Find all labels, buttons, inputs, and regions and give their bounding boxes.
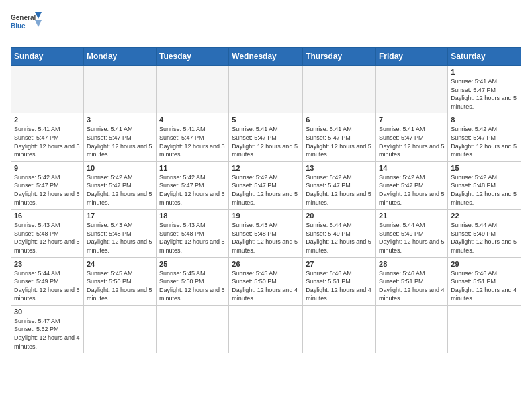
calendar-cell: 8Sunrise: 5:42 AM Sunset: 5:47 PM Daylig… (448, 113, 521, 161)
weekday-header: Thursday (303, 48, 376, 66)
calendar-cell: 11Sunrise: 5:42 AM Sunset: 5:47 PM Dayli… (157, 161, 229, 209)
day-number: 10 (87, 164, 153, 172)
day-info: Sunrise: 5:44 AM Sunset: 5:49 PM Dayligh… (14, 269, 81, 303)
calendar-cell: 21Sunrise: 5:44 AM Sunset: 5:49 PM Dayli… (376, 210, 448, 257)
calendar-table: SundayMondayTuesdayWednesdayThursdayFrid… (11, 47, 521, 353)
day-info: Sunrise: 5:42 AM Sunset: 5:47 PM Dayligh… (306, 173, 373, 207)
day-number: 2 (14, 116, 81, 124)
day-info: Sunrise: 5:43 AM Sunset: 5:48 PM Dayligh… (159, 221, 226, 255)
weekday-header: Monday (83, 48, 156, 66)
day-number: 28 (379, 260, 445, 268)
calendar-cell (11, 66, 84, 113)
calendar-cell: 23Sunrise: 5:44 AM Sunset: 5:49 PM Dayli… (11, 257, 84, 305)
calendar-cell: 16Sunrise: 5:43 AM Sunset: 5:48 PM Dayli… (11, 210, 84, 257)
calendar-cell: 29Sunrise: 5:46 AM Sunset: 5:51 PM Dayli… (448, 257, 521, 305)
day-number: 25 (159, 260, 226, 268)
svg-marker-2 (35, 12, 42, 19)
day-info: Sunrise: 5:45 AM Sunset: 5:50 PM Dayligh… (159, 269, 226, 303)
day-number: 9 (14, 164, 81, 172)
calendar-cell: 7Sunrise: 5:41 AM Sunset: 5:47 PM Daylig… (376, 113, 448, 161)
calendar-cell: 6Sunrise: 5:41 AM Sunset: 5:47 PM Daylig… (303, 113, 376, 161)
calendar-cell: 2Sunrise: 5:41 AM Sunset: 5:47 PM Daylig… (11, 113, 84, 161)
calendar-week-row: 1Sunrise: 5:41 AM Sunset: 5:47 PM Daylig… (11, 66, 521, 113)
day-info: Sunrise: 5:44 AM Sunset: 5:49 PM Dayligh… (379, 221, 445, 255)
calendar-cell (376, 305, 448, 353)
logo: General Blue (11, 11, 44, 39)
day-number: 12 (232, 164, 300, 172)
svg-text:Blue: Blue (11, 22, 26, 30)
day-number: 26 (232, 260, 300, 268)
day-number: 5 (232, 116, 300, 124)
calendar-cell: 3Sunrise: 5:41 AM Sunset: 5:47 PM Daylig… (83, 113, 156, 161)
day-info: Sunrise: 5:46 AM Sunset: 5:51 PM Dayligh… (379, 269, 445, 303)
day-info: Sunrise: 5:42 AM Sunset: 5:47 PM Dayligh… (451, 125, 518, 158)
calendar-cell: 10Sunrise: 5:42 AM Sunset: 5:47 PM Dayli… (83, 161, 156, 209)
calendar-cell (448, 305, 521, 353)
calendar-cell: 22Sunrise: 5:44 AM Sunset: 5:49 PM Dayli… (448, 210, 521, 257)
day-info: Sunrise: 5:44 AM Sunset: 5:49 PM Dayligh… (451, 221, 518, 255)
calendar-cell (83, 305, 156, 353)
calendar-cell: 9Sunrise: 5:42 AM Sunset: 5:47 PM Daylig… (11, 161, 84, 209)
calendar-cell: 13Sunrise: 5:42 AM Sunset: 5:47 PM Dayli… (303, 161, 376, 209)
day-number: 3 (87, 116, 153, 124)
calendar-cell: 12Sunrise: 5:42 AM Sunset: 5:47 PM Dayli… (229, 161, 303, 209)
day-info: Sunrise: 5:46 AM Sunset: 5:51 PM Dayligh… (451, 269, 518, 303)
calendar-cell (157, 66, 229, 113)
calendar-cell: 26Sunrise: 5:45 AM Sunset: 5:50 PM Dayli… (229, 257, 303, 305)
weekday-header: Wednesday (229, 48, 303, 66)
calendar-cell (229, 305, 303, 353)
day-info: Sunrise: 5:43 AM Sunset: 5:48 PM Dayligh… (14, 221, 81, 255)
day-number: 11 (159, 164, 226, 172)
day-info: Sunrise: 5:42 AM Sunset: 5:47 PM Dayligh… (87, 173, 153, 207)
calendar-cell (303, 305, 376, 353)
calendar-cell: 18Sunrise: 5:43 AM Sunset: 5:48 PM Dayli… (157, 210, 229, 257)
calendar-cell: 25Sunrise: 5:45 AM Sunset: 5:50 PM Dayli… (157, 257, 229, 305)
calendar-cell (229, 66, 303, 113)
calendar-week-row: 16Sunrise: 5:43 AM Sunset: 5:48 PM Dayli… (11, 210, 521, 257)
day-info: Sunrise: 5:41 AM Sunset: 5:47 PM Dayligh… (159, 125, 226, 158)
day-info: Sunrise: 5:42 AM Sunset: 5:47 PM Dayligh… (14, 173, 81, 207)
day-number: 20 (306, 212, 373, 220)
day-info: Sunrise: 5:45 AM Sunset: 5:50 PM Dayligh… (87, 269, 153, 303)
day-info: Sunrise: 5:47 AM Sunset: 5:52 PM Dayligh… (14, 317, 81, 351)
calendar-cell: 20Sunrise: 5:44 AM Sunset: 5:49 PM Dayli… (303, 210, 376, 257)
calendar-cell: 14Sunrise: 5:42 AM Sunset: 5:47 PM Dayli… (376, 161, 448, 209)
day-info: Sunrise: 5:41 AM Sunset: 5:47 PM Dayligh… (232, 125, 300, 158)
calendar-cell (157, 305, 229, 353)
weekday-header: Tuesday (157, 48, 229, 66)
calendar-cell: 5Sunrise: 5:41 AM Sunset: 5:47 PM Daylig… (229, 113, 303, 161)
weekday-header: Sunday (11, 48, 84, 66)
day-info: Sunrise: 5:45 AM Sunset: 5:50 PM Dayligh… (232, 269, 300, 303)
day-number: 27 (306, 260, 373, 268)
day-number: 29 (451, 260, 518, 268)
calendar-cell: 24Sunrise: 5:45 AM Sunset: 5:50 PM Dayli… (83, 257, 156, 305)
day-info: Sunrise: 5:41 AM Sunset: 5:47 PM Dayligh… (14, 125, 81, 158)
calendar-cell (376, 66, 448, 113)
day-info: Sunrise: 5:41 AM Sunset: 5:47 PM Dayligh… (451, 77, 518, 111)
day-info: Sunrise: 5:42 AM Sunset: 5:47 PM Dayligh… (159, 173, 226, 207)
calendar-cell (83, 66, 156, 113)
calendar-cell: 17Sunrise: 5:43 AM Sunset: 5:48 PM Dayli… (83, 210, 156, 257)
svg-marker-3 (35, 20, 42, 27)
calendar-cell: 27Sunrise: 5:46 AM Sunset: 5:51 PM Dayli… (303, 257, 376, 305)
day-number: 23 (14, 260, 81, 268)
page-header: General Blue (11, 11, 521, 39)
day-number: 1 (451, 68, 518, 76)
day-number: 18 (159, 212, 226, 220)
day-number: 21 (379, 212, 445, 220)
day-number: 7 (379, 116, 445, 124)
day-number: 15 (451, 164, 518, 172)
weekday-header: Friday (376, 48, 448, 66)
day-number: 14 (379, 164, 445, 172)
weekday-header-row: SundayMondayTuesdayWednesdayThursdayFrid… (11, 48, 521, 66)
svg-text:General: General (11, 14, 36, 21)
calendar-cell: 19Sunrise: 5:43 AM Sunset: 5:48 PM Dayli… (229, 210, 303, 257)
weekday-header: Saturday (448, 48, 521, 66)
day-number: 17 (87, 212, 153, 220)
day-info: Sunrise: 5:42 AM Sunset: 5:47 PM Dayligh… (379, 173, 445, 207)
day-info: Sunrise: 5:41 AM Sunset: 5:47 PM Dayligh… (87, 125, 153, 158)
day-number: 22 (451, 212, 518, 220)
day-number: 30 (14, 308, 81, 316)
day-info: Sunrise: 5:46 AM Sunset: 5:51 PM Dayligh… (306, 269, 373, 303)
day-number: 13 (306, 164, 373, 172)
